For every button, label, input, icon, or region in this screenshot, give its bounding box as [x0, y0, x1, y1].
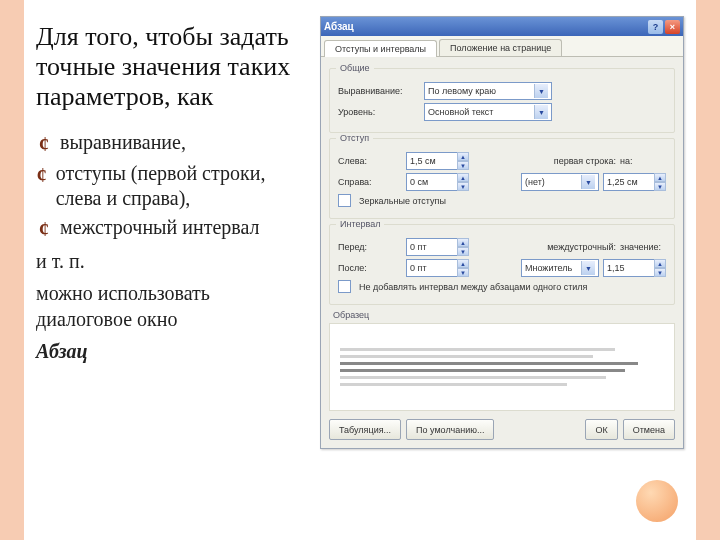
group-general: Общие Выравнивание: По левому краю▼ Уров… [329, 68, 675, 133]
chevron-down-icon: ▼ [581, 261, 595, 275]
mirror-indent-checkbox[interactable] [338, 194, 351, 207]
first-line-select[interactable]: (нет)▼ [521, 173, 599, 191]
group-indent: Отступ Слева: 1,5 см▲▼ первая строка: на… [329, 138, 675, 219]
alignment-select[interactable]: По левому краю▼ [424, 82, 552, 100]
ok-button[interactable]: ОК [585, 419, 617, 440]
indent-right-spin[interactable]: 0 см▲▼ [406, 173, 469, 191]
chevron-down-icon: ▼ [581, 175, 595, 189]
bullet-item: ¢отступы (первой строки, слева и справа)… [36, 161, 310, 211]
line-spacing-value-spin[interactable]: 1,15▲▼ [603, 259, 666, 277]
dialog-title: Абзац [324, 21, 646, 32]
group-spacing: Интервал Перед: 0 пт▲▼ междустрочный: зн… [329, 224, 675, 305]
no-space-checkbox[interactable] [338, 280, 351, 293]
default-button[interactable]: По умолчанию... [406, 419, 494, 440]
tab-pageflow[interactable]: Положение на странице [439, 39, 562, 56]
paragraph-dialog: Абзац ? × Отступы и интервалы Положение … [320, 16, 684, 449]
slide-text: Для того, чтобы задать точные значения т… [36, 16, 310, 520]
indent-left-spin[interactable]: 1,5 см▲▼ [406, 152, 469, 170]
emphasis: Абзац [36, 338, 310, 364]
space-before-spin[interactable]: 0 пт▲▼ [406, 238, 469, 256]
close-icon[interactable]: × [665, 20, 680, 34]
bullet-item: ¢выравнивание, [36, 130, 310, 157]
chevron-down-icon: ▼ [534, 105, 548, 119]
preview-pane [329, 323, 675, 411]
first-line-value-spin[interactable]: 1,25 см▲▼ [603, 173, 666, 191]
space-after-spin[interactable]: 0 пт▲▼ [406, 259, 469, 277]
outline-level-select[interactable]: Основной текст▼ [424, 103, 552, 121]
help-icon[interactable]: ? [648, 20, 663, 34]
tabs-button[interactable]: Табуляция... [329, 419, 401, 440]
cancel-button[interactable]: Отмена [623, 419, 675, 440]
heading: Для того, чтобы задать точные значения т… [36, 22, 310, 112]
chevron-down-icon: ▼ [534, 84, 548, 98]
tab-indents[interactable]: Отступы и интервалы [324, 40, 437, 57]
bullet-item: ¢межстрочный интервал [36, 215, 310, 242]
line-spacing-select[interactable]: Множитель▼ [521, 259, 599, 277]
titlebar: Абзац ? × [321, 17, 683, 36]
decorative-circle [636, 480, 678, 522]
